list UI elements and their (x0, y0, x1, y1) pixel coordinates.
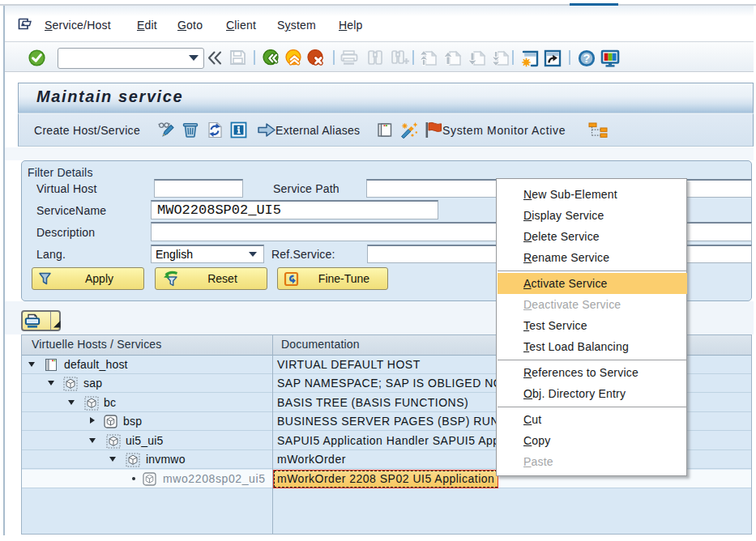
svg-text:?: ? (583, 52, 591, 65)
